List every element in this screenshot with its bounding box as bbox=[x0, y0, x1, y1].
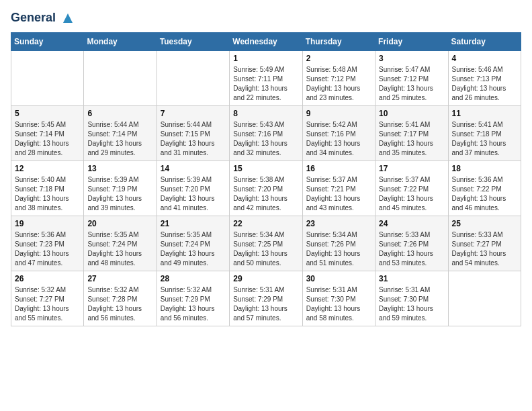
logo-text: General bbox=[11, 11, 75, 26]
day-cell: 30Sunrise: 5:31 AMSunset: 7:30 PMDayligh… bbox=[302, 271, 375, 326]
day-number: 16 bbox=[306, 164, 371, 173]
day-info: Sunrise: 5:33 AMSunset: 7:27 PMDaylight:… bbox=[452, 230, 517, 268]
day-cell: 4Sunrise: 5:46 AMSunset: 7:13 PMDaylight… bbox=[448, 51, 521, 106]
day-info: Sunrise: 5:40 AMSunset: 7:18 PMDaylight:… bbox=[15, 175, 80, 213]
day-info: Sunrise: 5:33 AMSunset: 7:26 PMDaylight:… bbox=[379, 230, 444, 268]
day-cell: 11Sunrise: 5:41 AMSunset: 7:18 PMDayligh… bbox=[448, 106, 521, 161]
day-cell: 12Sunrise: 5:40 AMSunset: 7:18 PMDayligh… bbox=[11, 161, 84, 216]
week-row-1: 1Sunrise: 5:49 AMSunset: 7:11 PMDaylight… bbox=[11, 51, 521, 106]
day-number: 29 bbox=[233, 274, 298, 283]
week-row-3: 12Sunrise: 5:40 AMSunset: 7:18 PMDayligh… bbox=[11, 161, 521, 216]
day-number: 24 bbox=[379, 219, 444, 228]
day-info: Sunrise: 5:42 AMSunset: 7:16 PMDaylight:… bbox=[306, 120, 371, 158]
header-thursday: Thursday bbox=[302, 33, 375, 51]
day-cell: 26Sunrise: 5:32 AMSunset: 7:27 PMDayligh… bbox=[11, 271, 84, 326]
day-number: 4 bbox=[452, 54, 517, 63]
day-number: 2 bbox=[306, 54, 371, 63]
day-info: Sunrise: 5:32 AMSunset: 7:29 PMDaylight:… bbox=[161, 285, 226, 323]
day-info: Sunrise: 5:37 AMSunset: 7:22 PMDaylight:… bbox=[379, 175, 444, 213]
day-info: Sunrise: 5:31 AMSunset: 7:29 PMDaylight:… bbox=[233, 285, 298, 323]
day-cell bbox=[448, 271, 521, 326]
day-number: 19 bbox=[15, 219, 80, 228]
day-cell: 9Sunrise: 5:42 AMSunset: 7:16 PMDaylight… bbox=[302, 106, 375, 161]
calendar-header-row: SundayMondayTuesdayWednesdayThursdayFrid… bbox=[11, 33, 521, 51]
day-number: 20 bbox=[87, 219, 152, 228]
logo: General bbox=[11, 11, 75, 24]
day-cell: 21Sunrise: 5:35 AMSunset: 7:24 PMDayligh… bbox=[157, 216, 229, 271]
day-cell bbox=[11, 51, 84, 106]
day-number: 31 bbox=[379, 274, 444, 283]
day-info: Sunrise: 5:44 AMSunset: 7:15 PMDaylight:… bbox=[161, 120, 226, 158]
day-cell: 18Sunrise: 5:36 AMSunset: 7:22 PMDayligh… bbox=[448, 161, 521, 216]
day-info: Sunrise: 5:49 AMSunset: 7:11 PMDaylight:… bbox=[233, 65, 298, 103]
day-number: 5 bbox=[15, 109, 80, 118]
day-number: 17 bbox=[379, 164, 444, 173]
day-cell: 7Sunrise: 5:44 AMSunset: 7:15 PMDaylight… bbox=[157, 106, 229, 161]
day-info: Sunrise: 5:35 AMSunset: 7:24 PMDaylight:… bbox=[161, 230, 226, 268]
day-cell: 14Sunrise: 5:39 AMSunset: 7:20 PMDayligh… bbox=[157, 161, 229, 216]
day-info: Sunrise: 5:36 AMSunset: 7:22 PMDaylight:… bbox=[452, 175, 517, 213]
day-info: Sunrise: 5:48 AMSunset: 7:12 PMDaylight:… bbox=[306, 65, 371, 103]
day-number: 7 bbox=[161, 109, 226, 118]
day-cell: 20Sunrise: 5:35 AMSunset: 7:24 PMDayligh… bbox=[84, 216, 157, 271]
day-info: Sunrise: 5:31 AMSunset: 7:30 PMDaylight:… bbox=[306, 285, 371, 323]
day-cell: 23Sunrise: 5:34 AMSunset: 7:26 PMDayligh… bbox=[302, 216, 375, 271]
day-cell: 19Sunrise: 5:36 AMSunset: 7:23 PMDayligh… bbox=[11, 216, 84, 271]
day-info: Sunrise: 5:45 AMSunset: 7:14 PMDaylight:… bbox=[15, 120, 80, 158]
calendar-table: SundayMondayTuesdayWednesdayThursdayFrid… bbox=[11, 32, 521, 326]
day-number: 9 bbox=[306, 109, 371, 118]
day-info: Sunrise: 5:41 AMSunset: 7:17 PMDaylight:… bbox=[379, 120, 444, 158]
day-number: 3 bbox=[379, 54, 444, 63]
day-number: 28 bbox=[161, 274, 226, 283]
day-info: Sunrise: 5:34 AMSunset: 7:26 PMDaylight:… bbox=[306, 230, 371, 268]
day-number: 26 bbox=[15, 274, 80, 283]
day-cell: 6Sunrise: 5:44 AMSunset: 7:14 PMDaylight… bbox=[84, 106, 157, 161]
day-info: Sunrise: 5:32 AMSunset: 7:27 PMDaylight:… bbox=[15, 285, 80, 323]
day-cell: 8Sunrise: 5:43 AMSunset: 7:16 PMDaylight… bbox=[230, 106, 302, 161]
day-info: Sunrise: 5:39 AMSunset: 7:20 PMDaylight:… bbox=[161, 175, 226, 213]
day-number: 8 bbox=[233, 109, 298, 118]
day-number: 27 bbox=[87, 274, 152, 283]
day-cell: 3Sunrise: 5:47 AMSunset: 7:12 PMDaylight… bbox=[375, 51, 448, 106]
day-info: Sunrise: 5:47 AMSunset: 7:12 PMDaylight:… bbox=[379, 65, 444, 103]
header-tuesday: Tuesday bbox=[157, 33, 229, 51]
day-number: 23 bbox=[306, 219, 371, 228]
day-cell: 31Sunrise: 5:31 AMSunset: 7:30 PMDayligh… bbox=[375, 271, 448, 326]
day-info: Sunrise: 5:32 AMSunset: 7:28 PMDaylight:… bbox=[87, 285, 152, 323]
day-cell: 5Sunrise: 5:45 AMSunset: 7:14 PMDaylight… bbox=[11, 106, 84, 161]
day-cell: 2Sunrise: 5:48 AMSunset: 7:12 PMDaylight… bbox=[302, 51, 375, 106]
header-friday: Friday bbox=[375, 33, 448, 51]
day-info: Sunrise: 5:36 AMSunset: 7:23 PMDaylight:… bbox=[15, 230, 80, 268]
day-info: Sunrise: 5:35 AMSunset: 7:24 PMDaylight:… bbox=[87, 230, 152, 268]
day-number: 18 bbox=[452, 164, 517, 173]
header-sunday: Sunday bbox=[11, 33, 84, 51]
day-cell: 10Sunrise: 5:41 AMSunset: 7:17 PMDayligh… bbox=[375, 106, 448, 161]
day-cell: 22Sunrise: 5:34 AMSunset: 7:25 PMDayligh… bbox=[230, 216, 302, 271]
day-info: Sunrise: 5:38 AMSunset: 7:20 PMDaylight:… bbox=[233, 175, 298, 213]
day-cell bbox=[157, 51, 229, 106]
day-number: 12 bbox=[15, 164, 80, 173]
week-row-5: 26Sunrise: 5:32 AMSunset: 7:27 PMDayligh… bbox=[11, 271, 521, 326]
day-info: Sunrise: 5:34 AMSunset: 7:25 PMDaylight:… bbox=[233, 230, 298, 268]
day-number: 1 bbox=[233, 54, 298, 63]
header-monday: Monday bbox=[84, 33, 157, 51]
day-info: Sunrise: 5:41 AMSunset: 7:18 PMDaylight:… bbox=[452, 120, 517, 158]
svg-marker-0 bbox=[63, 13, 73, 23]
day-number: 30 bbox=[306, 274, 371, 283]
day-number: 21 bbox=[161, 219, 226, 228]
header-saturday: Saturday bbox=[448, 33, 521, 51]
day-number: 22 bbox=[233, 219, 298, 228]
day-info: Sunrise: 5:43 AMSunset: 7:16 PMDaylight:… bbox=[233, 120, 298, 158]
day-cell: 24Sunrise: 5:33 AMSunset: 7:26 PMDayligh… bbox=[375, 216, 448, 271]
day-cell: 1Sunrise: 5:49 AMSunset: 7:11 PMDaylight… bbox=[230, 51, 302, 106]
day-info: Sunrise: 5:44 AMSunset: 7:14 PMDaylight:… bbox=[87, 120, 152, 158]
day-cell: 16Sunrise: 5:37 AMSunset: 7:21 PMDayligh… bbox=[302, 161, 375, 216]
day-number: 25 bbox=[452, 219, 517, 228]
day-number: 6 bbox=[87, 109, 152, 118]
day-number: 14 bbox=[161, 164, 226, 173]
day-cell: 29Sunrise: 5:31 AMSunset: 7:29 PMDayligh… bbox=[230, 271, 302, 326]
day-number: 11 bbox=[452, 109, 517, 118]
day-number: 10 bbox=[379, 109, 444, 118]
day-cell bbox=[84, 51, 157, 106]
day-info: Sunrise: 5:46 AMSunset: 7:13 PMDaylight:… bbox=[452, 65, 517, 103]
